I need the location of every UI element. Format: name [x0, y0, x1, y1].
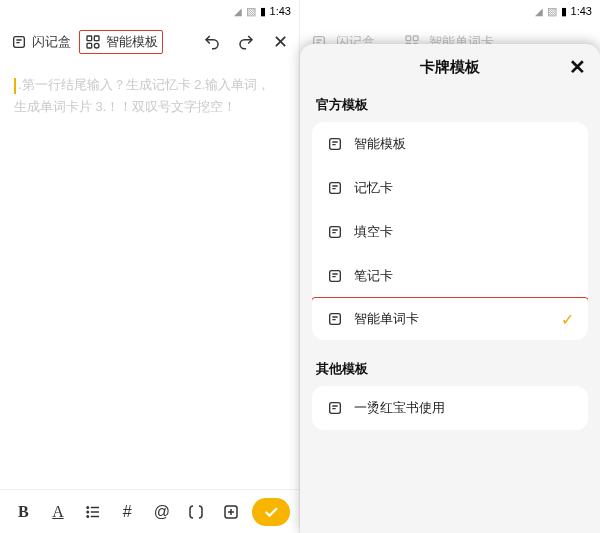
bold-button[interactable]: B	[9, 498, 37, 526]
card-icon	[326, 310, 344, 328]
template-item-memory[interactable]: 记忆卡	[312, 166, 588, 210]
svg-point-5	[87, 506, 89, 508]
sheet-close-button[interactable]: ✕	[569, 55, 586, 79]
svg-rect-1	[87, 36, 92, 41]
submit-button[interactable]	[252, 498, 290, 526]
other-template-list: 一烫红宝书使用	[312, 386, 588, 430]
editor-body[interactable]: .第一行结尾输入？生成记忆卡 2.输入单词， 生成单词卡片 3.！！双叹号文字挖…	[0, 62, 299, 489]
flashbox-icon	[10, 33, 28, 51]
battery-icon: ▮	[561, 5, 567, 18]
undo-icon[interactable]	[203, 33, 221, 51]
official-template-list: 智能模板 记忆卡 填空卡 笔记卡 智能单词卡 ✓	[312, 122, 588, 340]
mention-button[interactable]: @	[148, 498, 176, 526]
sheet-header: 卡牌模板 ✕	[300, 44, 600, 90]
svg-point-6	[87, 511, 89, 513]
redo-icon[interactable]	[237, 33, 255, 51]
card-icon	[326, 179, 344, 197]
signal-icon: ◢	[234, 6, 242, 17]
svg-rect-2	[94, 36, 99, 41]
template-item-note[interactable]: 笔记卡	[312, 254, 588, 298]
section-official-label: 官方模板	[300, 90, 600, 122]
card-icon	[326, 267, 344, 285]
svg-point-4	[94, 43, 99, 48]
status-bar: ◢ ▧ ▮ 1:43	[300, 0, 600, 22]
flashbox-label: 闪记盒	[32, 33, 71, 51]
card-icon	[326, 399, 344, 417]
editor-toolbar: 闪记盒 智能模板 ✕	[0, 22, 299, 62]
smart-template-label: 智能模板	[106, 33, 158, 51]
card-icon	[326, 223, 344, 241]
status-time: 1:43	[571, 5, 592, 17]
screen-editor: ◢ ▧ ▮ 1:43 闪记盒 智能模板 ✕ .	[0, 0, 300, 533]
template-label: 填空卡	[354, 223, 393, 241]
template-grid-icon	[84, 33, 102, 51]
svg-rect-11	[413, 36, 418, 41]
close-icon[interactable]: ✕	[271, 33, 289, 51]
svg-point-7	[87, 515, 89, 517]
template-item-smart-word[interactable]: 智能单词卡 ✓	[312, 297, 588, 340]
brackets-button[interactable]	[182, 498, 210, 526]
format-toolbar: B A # @	[0, 489, 299, 533]
template-label: 一烫红宝书使用	[354, 399, 445, 417]
card-icon	[326, 135, 344, 153]
text-cursor	[14, 78, 16, 94]
list-button[interactable]	[79, 498, 107, 526]
template-sheet: 卡牌模板 ✕ 官方模板 智能模板 记忆卡 填空卡 笔记卡 智能	[300, 44, 600, 533]
flashbox-button[interactable]: 闪记盒	[10, 33, 71, 51]
misc-status-icon: ▧	[246, 5, 256, 18]
template-item-cloze[interactable]: 填空卡	[312, 210, 588, 254]
template-label: 智能模板	[354, 135, 406, 153]
placeholder-line-1: .第一行结尾输入？生成记忆卡 2.输入单词，	[18, 77, 270, 92]
section-other-label: 其他模板	[300, 354, 600, 386]
misc-status-icon: ▧	[547, 5, 557, 18]
text-color-button[interactable]: A	[44, 498, 72, 526]
status-time: 1:43	[270, 5, 291, 17]
screen-template-picker: ◢ ▧ ▮ 1:43 闪记盒 智能单词卡 卡牌模板 ✕ 官方模板 智能模板 记忆	[300, 0, 600, 533]
template-item-other-0[interactable]: 一烫红宝书使用	[312, 386, 588, 430]
check-icon: ✓	[561, 310, 574, 329]
template-label: 笔记卡	[354, 267, 393, 285]
battery-icon: ▮	[260, 5, 266, 18]
placeholder-line-2: 生成单词卡片 3.！！双叹号文字挖空！	[14, 99, 236, 114]
signal-icon: ◢	[535, 6, 543, 17]
smart-template-button[interactable]: 智能模板	[79, 30, 163, 54]
template-label: 智能单词卡	[354, 310, 419, 328]
template-label: 记忆卡	[354, 179, 393, 197]
status-bar: ◢ ▧ ▮ 1:43	[0, 0, 299, 22]
svg-rect-3	[87, 43, 92, 48]
hash-button[interactable]: #	[113, 498, 141, 526]
attachment-button[interactable]	[217, 498, 245, 526]
sheet-title: 卡牌模板	[420, 58, 480, 77]
svg-rect-10	[406, 36, 411, 41]
template-item-smart[interactable]: 智能模板	[312, 122, 588, 166]
